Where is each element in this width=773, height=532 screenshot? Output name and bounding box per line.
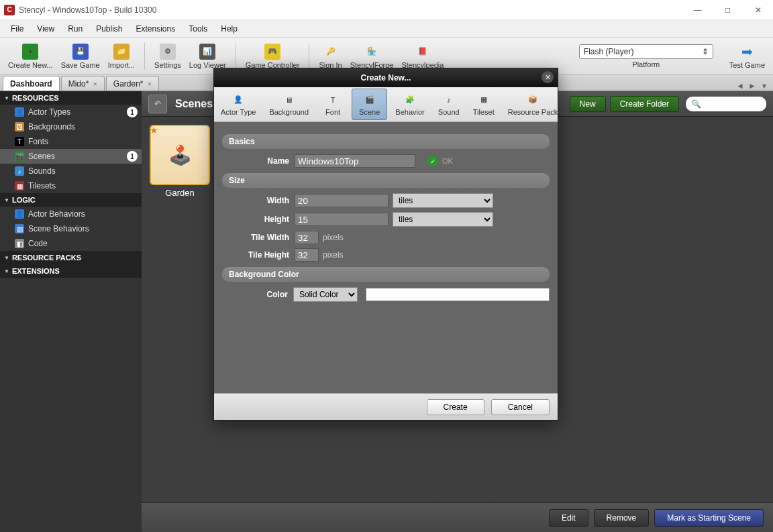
tile-width-input[interactable]: [295, 231, 319, 244]
count-badge: 1: [127, 107, 138, 117]
menu-publish[interactable]: Publish: [89, 21, 129, 36]
pixels-label-2: pixels: [323, 250, 344, 260]
sidebar-group-logic[interactable]: LOGIC: [0, 193, 142, 207]
tab-nav-next[interactable]: ►: [746, 81, 758, 91]
tool-settings[interactable]: ⚙Settings: [150, 39, 185, 74]
platform-label: Platform: [632, 60, 660, 68]
tab-nav-menu[interactable]: ▾: [758, 81, 770, 91]
platform-select[interactable]: Flash (Player)⇕: [579, 44, 713, 59]
width-input[interactable]: [295, 194, 389, 207]
color-mode-select[interactable]: Solid Color: [293, 287, 358, 302]
folder-icon: 📁: [113, 44, 130, 60]
window-title: Stencyl - Windows10Top - Build 10300: [19, 5, 156, 15]
app-icon: C: [4, 5, 15, 15]
chevron-updown-icon: ⇕: [702, 47, 709, 56]
save-icon: 💾: [72, 44, 89, 60]
tool-save-game[interactable]: 💾Save Game: [57, 39, 104, 74]
font-icon: T: [15, 137, 24, 146]
sidebar-item-tilesets[interactable]: ▦Tilesets: [0, 178, 142, 193]
bg-icon: 🖼: [15, 122, 24, 131]
dialog-tab-behavior[interactable]: 🧩Behavior: [389, 87, 431, 121]
section-basics: Basics: [222, 134, 550, 149]
actor-type-icon: 👤: [231, 93, 245, 107]
width-label: Width: [222, 196, 289, 205]
tool-create-new[interactable]: ＋Create New...: [4, 39, 57, 74]
sidebar-group-resources[interactable]: RESOURCES: [0, 91, 142, 105]
cancel-button[interactable]: Cancel: [491, 399, 550, 415]
tab-dashboard[interactable]: Dashboard: [3, 76, 60, 91]
sidebar-item-backgrounds[interactable]: 🖼Backgrounds: [0, 119, 142, 134]
monitor-icon: 📊: [199, 44, 215, 60]
dialog-close-button[interactable]: ✕: [542, 71, 554, 83]
tile-icon: ▦: [15, 181, 24, 191]
tab-close-icon[interactable]: ×: [148, 80, 152, 88]
sidebar-item-scenes[interactable]: 🎬Scenes1: [0, 149, 142, 164]
gamepad-icon: 🎮: [264, 44, 280, 60]
maximize-button[interactable]: □: [713, 0, 743, 20]
dialog-tab-scene[interactable]: 🎬Scene: [352, 89, 387, 120]
create-button[interactable]: Create: [427, 399, 484, 415]
dialog-tab-tileset[interactable]: ▦Tileset: [466, 87, 501, 121]
dialog-tab-sound[interactable]: ♪Sound: [431, 87, 466, 121]
sidebar-group-resource-packs[interactable]: RESOURCE PACKS: [0, 251, 142, 264]
menu-extensions[interactable]: Extensions: [130, 21, 183, 36]
tool-import[interactable]: 📁Import...: [104, 39, 139, 74]
tile-height-input[interactable]: [295, 248, 319, 262]
menu-help[interactable]: Help: [214, 21, 244, 36]
dialog-tab-font[interactable]: TFont: [315, 87, 350, 121]
sidebar: RESOURCES👤Actor Types1🖼BackgroundsTFonts…: [0, 91, 142, 532]
sidebar-item-sounds[interactable]: ♪Sounds: [0, 164, 142, 178]
content-footer: Edit Remove Mark as Starting Scene: [142, 502, 773, 532]
tile-height-label: Tile Height: [222, 250, 289, 260]
sidebar-group-extensions[interactable]: EXTENSIONS: [0, 264, 142, 278]
dialog-tab-actor-type[interactable]: 👤Actor Type: [214, 87, 262, 121]
sidebar-item-fonts[interactable]: TFonts: [0, 134, 142, 149]
sidebar-item-code[interactable]: ◧Code: [0, 236, 142, 251]
menu-view[interactable]: View: [30, 21, 61, 36]
tab-close-icon[interactable]: ×: [93, 80, 97, 88]
search-input[interactable]: 🔍: [686, 97, 766, 111]
close-button[interactable]: ✕: [743, 0, 773, 20]
dialog-titlebar: Create New... ✕: [214, 68, 558, 87]
edit-button[interactable]: Edit: [549, 509, 588, 527]
tool-test-game[interactable]: ➡Test Game: [725, 39, 769, 74]
menu-run[interactable]: Run: [61, 21, 89, 36]
dialog-body: Basics Name ✓ OK Size Width tiles Height…: [214, 122, 558, 393]
code-icon: ◧: [15, 239, 24, 248]
content-title: Scenes: [175, 98, 213, 110]
sidebar-item-actor-types[interactable]: 👤Actor Types1: [0, 105, 142, 119]
scene-item[interactable]: ★ 🕹️ Garden: [150, 125, 210, 198]
play-arrow-icon: ➡: [739, 44, 755, 60]
dialog-tab-background[interactable]: 🖥Background: [262, 87, 315, 121]
scenebeh-icon: ▧: [15, 224, 24, 233]
key-icon: 🔑: [323, 44, 339, 60]
dialog-title: Create New...: [361, 73, 411, 83]
back-button[interactable]: ↶: [148, 95, 167, 113]
font-icon: T: [326, 93, 340, 107]
menu-tools[interactable]: Tools: [182, 21, 214, 36]
width-unit-select[interactable]: tiles: [393, 193, 493, 208]
mark-starting-button[interactable]: Mark as Starting Scene: [654, 509, 764, 527]
sidebar-item-scene-behaviors[interactable]: ▧Scene Behaviors: [0, 221, 142, 236]
height-input[interactable]: [295, 213, 389, 226]
create-new-button[interactable]: New: [570, 96, 606, 112]
tab-garden[interactable]: Garden*×: [106, 76, 159, 91]
create-folder-button[interactable]: Create Folder: [610, 96, 679, 112]
book-icon: 📕: [415, 44, 431, 60]
sidebar-item-actor-behaviors[interactable]: 👤Actor Behaviors: [0, 207, 142, 221]
remove-button[interactable]: Remove: [594, 509, 650, 527]
name-input[interactable]: [295, 154, 415, 168]
color-swatch[interactable]: [366, 288, 550, 301]
pixels-label: pixels: [323, 233, 344, 242]
store-icon: 🏪: [364, 44, 380, 60]
height-unit-select[interactable]: tiles: [393, 212, 493, 227]
sound-icon: ♪: [15, 166, 24, 176]
tab-nav-prev[interactable]: ◄: [734, 81, 746, 91]
search-icon: 🔍: [691, 99, 701, 109]
section-size: Size: [222, 173, 550, 188]
menu-file[interactable]: File: [4, 21, 30, 36]
minimize-button[interactable]: —: [682, 0, 713, 20]
tab-mido[interactable]: Mido*×: [61, 76, 105, 91]
dialog-tab-resource-pack[interactable]: 📦Resource Pack: [501, 87, 565, 121]
actor-icon: 👤: [15, 209, 24, 219]
